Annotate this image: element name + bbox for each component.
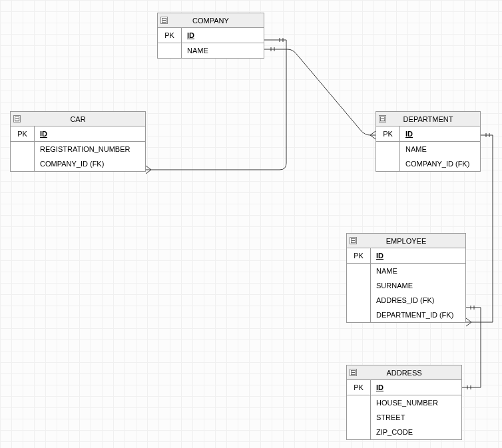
attr: NAME [371,264,465,278]
entity-title: DEPARTMENT [403,115,453,123]
collapse-icon[interactable]: ⊟ [160,17,168,24]
entity-car[interactable]: ⊟ CAR PK ID REGISTRATION_NUMBER COMPANY_… [10,111,146,172]
entity-header[interactable]: ⊟ CAR [11,112,145,126]
attr: ZIP_CODE [371,425,461,439]
rel-company-car [146,40,286,170]
attr: COMPANY_ID (FK) [35,156,145,171]
svg-line-0 [146,166,151,170]
attr: HOUSE_NUMBER [371,395,461,410]
pk-field: ID [371,248,465,263]
entity-header[interactable]: ⊟ ADDRESS [347,365,461,380]
entity-title: ADDRESS [386,369,421,377]
attr: DEPARTMENT_ID (FK) [371,308,465,322]
pk-field: ID [371,380,461,395]
collapse-icon[interactable]: ⊟ [350,237,357,244]
pk-field: ID [182,28,264,43]
collapse-icon[interactable]: ⊟ [13,115,21,122]
pk-label: PK [347,248,371,263]
entity-header[interactable]: ⊟ DEPARTMENT [376,112,480,126]
attr: NAME [400,142,480,156]
collapse-icon[interactable]: ⊟ [379,115,386,122]
entity-address[interactable]: ⊟ ADDRESS PK ID HOUSE_NUMBER STREET ZIP_… [346,365,462,440]
entity-title: EMPLOYEE [386,237,427,245]
entity-header[interactable]: ⊟ COMPANY [158,13,264,28]
pk-label: PK [376,126,400,141]
pk-field: ID [35,126,145,141]
svg-line-9 [466,322,471,326]
pk-label: PK [158,28,182,43]
entity-employee[interactable]: ⊟ EMPLOYEE PK ID NAME SURNAME ADDRES_ID … [346,233,466,323]
svg-line-1 [146,170,151,174]
attr: REGISTRATION_NUMBER [35,142,145,156]
entity-department[interactable]: ⊟ DEPARTMENT PK ID NAME COMPANY_ID (FK) [376,111,481,172]
entity-header[interactable]: ⊟ EMPLOYEE [347,234,465,248]
entity-title: COMPANY [192,17,229,25]
attr: ADDRES_ID (FK) [371,293,465,308]
svg-line-5 [370,135,376,139]
svg-line-8 [466,318,471,322]
pk-field: ID [400,126,480,141]
attr: NAME [182,43,264,58]
attr: STREET [371,410,461,425]
entity-title: CAR [70,115,85,123]
pk-label: PK [11,126,35,141]
attr: SURNAME [371,278,465,293]
attr: COMPANY_ID (FK) [400,156,480,171]
entity-company[interactable]: ⊟ COMPANY PK ID NAME [157,13,264,59]
pk-label: PK [347,380,371,395]
collapse-icon[interactable]: ⊟ [350,369,357,376]
svg-line-4 [370,131,376,135]
rel-company-department [264,49,376,135]
